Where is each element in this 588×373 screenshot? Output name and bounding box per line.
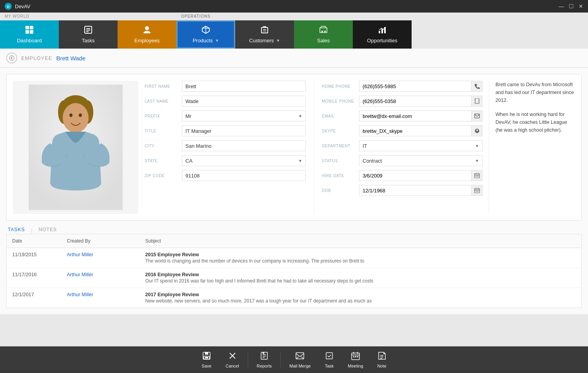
title-label: TITLE: [145, 129, 182, 133]
customers-arrow[interactable]: ▼: [276, 38, 280, 43]
table-row: 12/1/2017 Arthur Miller 2017 Employee Re…: [7, 288, 582, 308]
svg-line-61: [301, 357, 304, 359]
row1-date: 11/19/2015: [7, 248, 62, 268]
operations-label: OPERATIONS: [176, 13, 353, 20]
notes-tab[interactable]: NOTES: [39, 227, 57, 234]
state-value: CA: [185, 158, 192, 164]
sales-icon: [319, 25, 328, 36]
first-name-input[interactable]: [182, 81, 306, 92]
products-arrow[interactable]: ▼: [215, 38, 219, 43]
svg-point-28: [63, 103, 89, 133]
home-phone-input[interactable]: [359, 81, 471, 91]
svg-rect-70: [357, 356, 358, 357]
nav-label-spacer-mw: MY WORLD: [0, 13, 59, 20]
svg-rect-5: [30, 30, 33, 34]
cancel-icon: [228, 351, 237, 362]
customers-icon: [260, 25, 269, 36]
nav-tab-sales[interactable]: Sales: [294, 20, 353, 49]
svg-line-62: [296, 357, 299, 359]
dob-input[interactable]: [359, 185, 471, 196]
row3-date: 12/1/2017: [7, 288, 62, 308]
svg-rect-46: [475, 191, 476, 192]
mail-merge-icon: [296, 351, 304, 362]
row3-author[interactable]: Arthur Miller: [62, 288, 140, 308]
state-select[interactable]: CA ▼: [182, 155, 306, 166]
tasks-tab[interactable]: TASKS: [8, 227, 25, 234]
row2-author[interactable]: Arthur Miller: [62, 268, 140, 288]
calendar-icon[interactable]: [471, 170, 482, 181]
email-label: EMAIL: [322, 114, 359, 118]
svg-text:D: D: [7, 5, 10, 9]
mobile-phone-input[interactable]: [359, 96, 471, 106]
mail-merge-label: Mail Merge: [289, 364, 310, 368]
svg-rect-3: [30, 26, 33, 29]
products-label: Products: [192, 38, 212, 43]
nav-tab-dashboard[interactable]: Dashboard: [0, 20, 59, 49]
title-bar-controls[interactable]: — ☐ ✕: [559, 3, 583, 9]
svg-rect-47: [477, 191, 477, 192]
app-title: DevAV: [15, 4, 31, 9]
svg-rect-39: [475, 176, 476, 177]
nav-tab-opportunities[interactable]: Opportunities: [353, 20, 412, 49]
email-icon: [471, 111, 482, 121]
nav-tab-employees[interactable]: Employees: [118, 20, 176, 49]
svg-point-22: [9, 56, 14, 60]
content-area: FIRST NAME LAST NAME PREFIX Mr ▼: [0, 68, 588, 314]
nav-tab-tasks[interactable]: Tasks: [59, 20, 118, 49]
department-select[interactable]: IT ▼: [359, 140, 483, 151]
city-input[interactable]: [182, 140, 306, 151]
svg-rect-68: [353, 356, 354, 357]
note-icon: [377, 351, 386, 362]
reports-button[interactable]: Reports: [250, 349, 279, 371]
customers-label: Customers: [249, 38, 274, 43]
title-bar-left: D DevAV: [5, 3, 31, 10]
minimize-button[interactable]: —: [559, 3, 564, 9]
footer-divider-1: [248, 352, 248, 368]
status-select[interactable]: Contract ▼: [359, 155, 483, 166]
bio-panel: Brett came to DevAv from Microsoft and h…: [489, 81, 575, 214]
svg-rect-41: [478, 176, 479, 177]
svg-rect-2: [25, 26, 29, 29]
cancel-label: Cancel: [225, 364, 239, 368]
zip-input[interactable]: [182, 170, 306, 181]
maximize-button[interactable]: ☐: [569, 3, 574, 9]
last-name-input[interactable]: [182, 96, 306, 107]
svg-point-29: [69, 114, 73, 117]
nav-tab-products[interactable]: Products ▼: [176, 20, 235, 49]
hire-date-input[interactable]: [359, 170, 471, 181]
home-phone-field: [359, 81, 483, 92]
svg-rect-19: [379, 31, 380, 33]
tasks-label: Tasks: [82, 38, 94, 43]
row1-author[interactable]: Arthur Miller: [62, 248, 140, 268]
nav-tab-customers[interactable]: Customers ▼: [235, 20, 294, 49]
form-left: FIRST NAME LAST NAME PREFIX Mr ▼: [145, 81, 314, 214]
skype-input[interactable]: [359, 126, 471, 136]
email-input[interactable]: [359, 111, 471, 121]
task-icon: [325, 351, 334, 362]
zip-row: ZIP CODE: [145, 170, 306, 181]
opportunities-icon: [378, 25, 387, 36]
title-row: TITLE: [145, 125, 306, 136]
close-button[interactable]: ✕: [579, 3, 583, 9]
status-value: Contract: [363, 158, 382, 164]
breadcrumb-name: Brett Wade: [56, 55, 85, 62]
back-button[interactable]: [6, 53, 17, 63]
prefix-select[interactable]: Mr ▼: [182, 110, 306, 121]
note-button[interactable]: Note: [370, 349, 393, 371]
dob-field: [359, 185, 483, 196]
save-button[interactable]: Save: [194, 349, 218, 371]
mail-merge-button[interactable]: Mail Merge: [282, 349, 318, 371]
reports-label: Reports: [257, 364, 272, 368]
task-button[interactable]: Task: [318, 349, 341, 371]
svg-rect-69: [355, 356, 356, 357]
nav-tabs: Dashboard Tasks Employees: [0, 20, 588, 49]
dob-calendar-icon[interactable]: [471, 185, 482, 196]
home-phone-label: HOME PHONE: [322, 84, 359, 89]
footer-divider-2: [280, 352, 281, 368]
last-name-label: LAST NAME: [145, 99, 182, 103]
cancel-button[interactable]: Cancel: [218, 349, 246, 371]
title-input[interactable]: [182, 125, 306, 136]
meeting-button[interactable]: Meeting: [341, 349, 370, 371]
row1-subject-title: 2015 Employee Review: [145, 252, 576, 257]
skype-row: SKYPE: [322, 125, 483, 136]
